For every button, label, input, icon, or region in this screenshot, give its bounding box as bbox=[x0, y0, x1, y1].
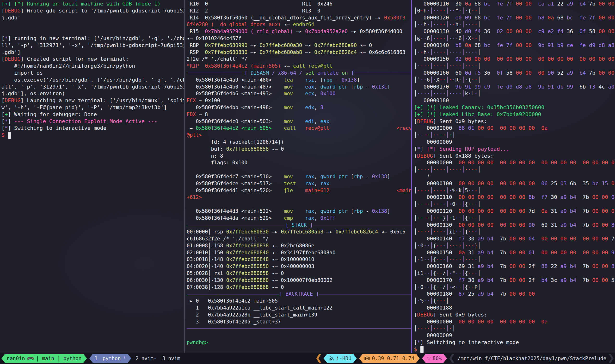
network-badge: i-HDU bbox=[324, 354, 357, 363]
cursor bbox=[420, 346, 424, 353]
hexdump-ascii-line: │····│····│i1··│{···│ bbox=[414, 228, 615, 235]
window-index: 1 bbox=[95, 356, 98, 361]
terminal-line: ► 0 0x580f36f4e4c2 main+505 bbox=[187, 298, 412, 304]
terminal-line: [DEBUG] Sent 0x9 bytes: bbox=[414, 118, 615, 125]
terminal-line: [DEBUG] Created script for new terminal: bbox=[1, 56, 185, 63]
separator-chevron bbox=[609, 354, 614, 363]
terminal-line: [+] Waiting for debugger: Done bbox=[1, 111, 185, 118]
hexdump-bytes-line: 00000100 00 00 00 00 00 00 00 00 06 25 0… bbox=[414, 180, 615, 187]
terminal-line: 07:0038│-128 0x7ffebc680868 ◂— 0 bbox=[187, 284, 412, 291]
terminal-line: n: 8 bbox=[187, 153, 412, 160]
terminal-line: $ bbox=[1, 132, 185, 139]
terminal-line: 0x580f36f4e4b0 <main+487> mov eax, dword… bbox=[187, 83, 412, 91]
hexdump-ascii-line: │·0··│{··/│·<··│{··P│ bbox=[414, 284, 615, 291]
pwntools-log-pane[interactable]: [+] [*] Running on local machine with GD… bbox=[0, 0, 185, 353]
tmux-screen: [+] [*] Running on local machine with GD… bbox=[0, 0, 615, 364]
terminal-line: 00000009 bbox=[414, 139, 615, 146]
terminal-line: [DEBUG] Wrote gdb script to '/tmp/pwnlib… bbox=[1, 7, 185, 14]
load-average: 0.39 0.71 0.74 bbox=[372, 356, 414, 361]
hexdump-bytes-line: 00000150 02 00 00 00 00 00 00 00 00 00 0… bbox=[414, 56, 615, 63]
hexdump-bytes-line: 00000180 87 25 a9 b4 7b 00 00 00 bbox=[414, 291, 615, 298]
hexdump-ascii-line: │····│····│·%·k│5···│ bbox=[414, 187, 615, 194]
terminal-line: ll', '-p', '312971', '-x', '/tmp/pwnlib-… bbox=[1, 42, 185, 49]
hexdump-bytes-line: 00000140 b8 0a 68 bc fe 7f 00 00 9b 91 b… bbox=[414, 42, 615, 49]
terminal-line: [+] [*] Leaked Libc Base: 0x7bb4a9200000 bbox=[414, 111, 615, 118]
cursor bbox=[8, 132, 11, 139]
network-ssid: i-HDU bbox=[336, 356, 352, 361]
hexdump-output-pane[interactable]: 00000110 30 0a 68 bc fe 7f 00 00 ca a1 2… bbox=[412, 0, 615, 353]
hexdump-ascii-line: │····│···}│·1··│{···│ bbox=[414, 215, 615, 222]
battery-badge: ♡ 80% bbox=[422, 354, 447, 363]
terminal-line bbox=[1, 28, 185, 35]
window-tab-2-nvim[interactable]: 2nvim- bbox=[136, 356, 156, 361]
hexdump-ascii-line: │····│····│·│ bbox=[414, 132, 615, 139]
hexdump-ascii-line: │····│····│····│k·L·│ bbox=[414, 90, 615, 97]
hexdump-ascii-line: │`··6│·X··│··R·│·{··│ bbox=[414, 77, 615, 83]
terminal-line: +612> bbox=[187, 194, 412, 201]
terminal-line: 0x580f36f4e4bb <main+498> mov edx, 8 bbox=[187, 104, 412, 111]
hexdump-ascii-line: │·0··│{···│····│···}│ bbox=[414, 242, 615, 249]
tmux-status-bar: nan0in | main | python 1python* 2nvim- 3… bbox=[0, 353, 615, 364]
terminal-line: flags: 0x100 bbox=[187, 159, 412, 166]
terminal-line: import os bbox=[1, 70, 185, 77]
hexdump-bytes-line: 00000170 f7 30 a9 b4 7b 00 00 2f b4 3c a… bbox=[414, 277, 615, 284]
terminal-line: *RIP 0x580f36f4e4c2 (main+505) ◂— call r… bbox=[187, 63, 412, 70]
terminal-line: 06:0030│-130 0x7ffebc680860 ◂— 0x100007f… bbox=[187, 277, 412, 284]
section-divider: [ STACK ] bbox=[187, 222, 412, 229]
terminal-line: 0x580f36f4e4ce <main+517> test rax, rax bbox=[187, 180, 412, 187]
pane-border-active[interactable] bbox=[411, 0, 412, 353]
terminal-line: buf: 0x7ffebc680858 ◂— 0 bbox=[187, 146, 412, 153]
terminal-line: 2f2e /* './chall' */ bbox=[187, 56, 412, 63]
terminal-line: 1 0x7bb4a922a1ca __libc_start_call_main+… bbox=[187, 304, 412, 312]
terminal-line: .gdb'] bbox=[1, 49, 185, 56]
terminal-line: 0x580f36f4e4a9 <main+480> lea rsi, [rbp … bbox=[187, 77, 412, 83]
hexdump-ascii-line: │····│····│····│····│ bbox=[414, 166, 615, 173]
hexdump-bytes-line: 00000110 30 0a 68 bc fe 7f 00 00 ca a1 2… bbox=[414, 0, 615, 7]
window-tab-3-nvim[interactable]: 3nvim bbox=[162, 356, 180, 361]
separator-chevron bbox=[449, 354, 454, 363]
terminal-line: j.gdb' bbox=[1, 14, 185, 21]
window-name: nvim bbox=[141, 356, 153, 361]
session-badge[interactable]: nan0in | main | python bbox=[1, 354, 87, 363]
terminal-line: 2 0x7bb4a922a28b __libc_start_main+139 bbox=[187, 312, 412, 318]
hexdump-ascii-line: │i1··│{··/│·"··│{···│ bbox=[414, 270, 615, 277]
terminal-line: R10 0 R11 0x246 bbox=[187, 0, 412, 7]
window-index: 2 bbox=[136, 356, 139, 361]
terminal-line: [+] [*] Leaked Canary: 0x15bc356b0325060… bbox=[414, 104, 615, 111]
terminal-line: c6168632f2e /* './chall' */ bbox=[187, 235, 412, 242]
hexdump-bytes-line: 00000120 e0 09 68 bc fe 7f 00 00 b8 0a 6… bbox=[414, 14, 615, 21]
hexdump-bytes-line: 00000000 88 01 00 00 00 00 00 00 0a bbox=[414, 125, 615, 132]
gamepad-icon bbox=[27, 356, 34, 361]
terminal-line: j.gdb'], os.environ) bbox=[1, 90, 185, 97]
terminal-line: R15 0x7bb4a9529000 (_rtld_global) —▸ 0x7… bbox=[187, 28, 412, 35]
terminal-line: 0x580f36f4e4d3 <main+522> mov rax, qword… bbox=[187, 208, 412, 215]
terminal-line: 01:0008│-158 0x7ffebc680838 ◂— 0x2bc6808… bbox=[187, 242, 412, 249]
hexdump-ascii-line: │·%··│{···│ bbox=[414, 298, 615, 304]
terminal-line: 0x580f36f4e4c0 <main+503> mov edi, eax bbox=[187, 118, 412, 125]
pwndbg-context-pane[interactable]: R10 0 R11 0x246 R12 2 R13 0 R14 0x580f36… bbox=[185, 0, 412, 353]
terminal-line: 00000188 bbox=[414, 304, 615, 312]
window-tab-1-python[interactable]: 1python* bbox=[89, 354, 131, 363]
pane-border-left[interactable] bbox=[184, 0, 185, 353]
hexdump-bytes-line: 00000160 60 0d f5 36 0f 58 00 00 00 90 5… bbox=[414, 70, 615, 77]
terminal-line bbox=[1, 21, 185, 28]
cpu-icon bbox=[364, 356, 370, 361]
battery-percent: 80% bbox=[433, 356, 442, 361]
terminal-line: ◂— 0x10102464c457f bbox=[187, 35, 412, 42]
terminal-line: RSP 0x7ffebc680830 —▸ 0x7ffebc680ab8 —▸ … bbox=[187, 49, 412, 56]
terminal-line: all', '-p', '312971', '-x', '/tmp/pwnlib… bbox=[1, 83, 185, 91]
terminal-line: 04:0020│-140 0x7ffebc680850 ◂— 0x4000000… bbox=[187, 263, 412, 270]
hexdump-bytes-line: 00000150 0a 31 a9 b4 7b 00 00 01 00 00 0… bbox=[414, 249, 615, 256]
terminal-line: [+] [*] Running on local machine with GD… bbox=[1, 0, 185, 7]
hexdump-ascii-line: │·1··│{···│····│····│ bbox=[414, 256, 615, 263]
terminal-line: 00000009 bbox=[414, 332, 615, 339]
terminal-line: [*] --- Single Connection Exploit Mode A… bbox=[1, 118, 185, 125]
terminal-line: 03:0018│-148 0x7ffebc680848 ◂— 0x1000000… bbox=[187, 256, 412, 263]
hexdump-bytes-line: 00000130 40 d0 f4 36 02 00 00 00 c9 e2 f… bbox=[414, 28, 615, 35]
terminal-line: pwndbg> bbox=[187, 339, 412, 346]
hexdump-ascii-line: │··h·│····│····│····│ bbox=[414, 49, 615, 56]
hexdump-bytes-line: 00000110 00 00 00 00 00 00 00 8b f7 30 a… bbox=[414, 194, 615, 201]
window-flag: - bbox=[153, 356, 157, 361]
cwd-path: /mnt/win_f/CTF/blackhat2025/day1/pwn/Sta… bbox=[457, 356, 606, 361]
terminal-line: os.execve('/usr/bin/gdb', ['/usr/bin/gdb… bbox=[1, 77, 185, 83]
